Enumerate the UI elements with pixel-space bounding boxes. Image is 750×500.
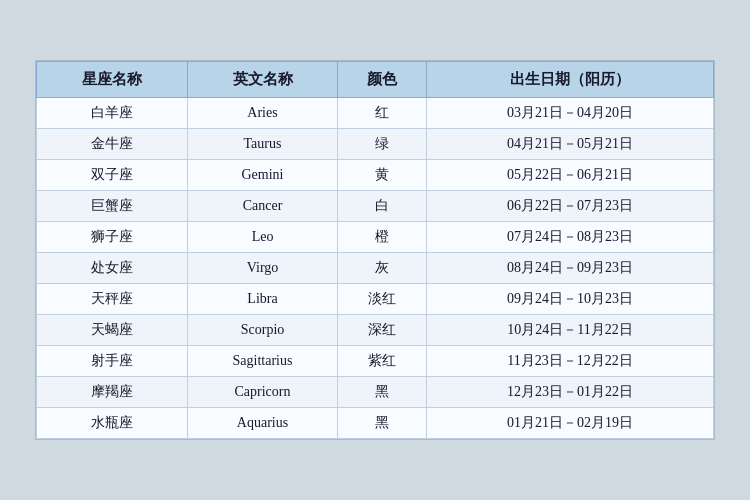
table-cell: 07月24日－08月23日	[427, 222, 714, 253]
table-cell: 天蝎座	[37, 315, 188, 346]
table-cell: Aquarius	[187, 408, 338, 439]
table-row: 双子座Gemini黄05月22日－06月21日	[37, 160, 714, 191]
table-cell: 水瓶座	[37, 408, 188, 439]
table-row: 白羊座Aries红03月21日－04月20日	[37, 98, 714, 129]
zodiac-table: 星座名称 英文名称 颜色 出生日期（阳历） 白羊座Aries红03月21日－04…	[36, 61, 714, 439]
table-cell: 08月24日－09月23日	[427, 253, 714, 284]
table-cell: 11月23日－12月22日	[427, 346, 714, 377]
table-cell: 黄	[338, 160, 427, 191]
table-cell: 06月22日－07月23日	[427, 191, 714, 222]
table-cell: 白	[338, 191, 427, 222]
table-cell: 处女座	[37, 253, 188, 284]
table-row: 水瓶座Aquarius黑01月21日－02月19日	[37, 408, 714, 439]
table-cell: 黑	[338, 408, 427, 439]
table-cell: 紫红	[338, 346, 427, 377]
table-cell: Leo	[187, 222, 338, 253]
table-cell: 金牛座	[37, 129, 188, 160]
table-cell: 12月23日－01月22日	[427, 377, 714, 408]
table-row: 金牛座Taurus绿04月21日－05月21日	[37, 129, 714, 160]
table-cell: 摩羯座	[37, 377, 188, 408]
header-color: 颜色	[338, 62, 427, 98]
table-cell: Cancer	[187, 191, 338, 222]
table-cell: 绿	[338, 129, 427, 160]
table-cell: Aries	[187, 98, 338, 129]
header-chinese-name: 星座名称	[37, 62, 188, 98]
table-row: 处女座Virgo灰08月24日－09月23日	[37, 253, 714, 284]
table-cell: Capricorn	[187, 377, 338, 408]
table-cell: 黑	[338, 377, 427, 408]
table-cell: 橙	[338, 222, 427, 253]
table-cell: 淡红	[338, 284, 427, 315]
table-cell: 红	[338, 98, 427, 129]
table-row: 狮子座Leo橙07月24日－08月23日	[37, 222, 714, 253]
zodiac-table-container: 星座名称 英文名称 颜色 出生日期（阳历） 白羊座Aries红03月21日－04…	[35, 60, 715, 440]
table-cell: Sagittarius	[187, 346, 338, 377]
table-cell: 白羊座	[37, 98, 188, 129]
table-row: 摩羯座Capricorn黑12月23日－01月22日	[37, 377, 714, 408]
table-cell: 03月21日－04月20日	[427, 98, 714, 129]
table-cell: Taurus	[187, 129, 338, 160]
table-cell: 10月24日－11月22日	[427, 315, 714, 346]
table-row: 天蝎座Scorpio深红10月24日－11月22日	[37, 315, 714, 346]
header-birthdate: 出生日期（阳历）	[427, 62, 714, 98]
table-cell: 05月22日－06月21日	[427, 160, 714, 191]
table-cell: Virgo	[187, 253, 338, 284]
table-cell: 天秤座	[37, 284, 188, 315]
header-english-name: 英文名称	[187, 62, 338, 98]
table-row: 射手座Sagittarius紫红11月23日－12月22日	[37, 346, 714, 377]
table-cell: 01月21日－02月19日	[427, 408, 714, 439]
table-body: 白羊座Aries红03月21日－04月20日金牛座Taurus绿04月21日－0…	[37, 98, 714, 439]
table-cell: 双子座	[37, 160, 188, 191]
table-cell: Libra	[187, 284, 338, 315]
table-cell: 射手座	[37, 346, 188, 377]
table-cell: 巨蟹座	[37, 191, 188, 222]
table-cell: 深红	[338, 315, 427, 346]
table-row: 巨蟹座Cancer白06月22日－07月23日	[37, 191, 714, 222]
table-cell: 09月24日－10月23日	[427, 284, 714, 315]
table-cell: Gemini	[187, 160, 338, 191]
table-cell: Scorpio	[187, 315, 338, 346]
table-row: 天秤座Libra淡红09月24日－10月23日	[37, 284, 714, 315]
table-header-row: 星座名称 英文名称 颜色 出生日期（阳历）	[37, 62, 714, 98]
table-cell: 狮子座	[37, 222, 188, 253]
table-cell: 灰	[338, 253, 427, 284]
table-cell: 04月21日－05月21日	[427, 129, 714, 160]
